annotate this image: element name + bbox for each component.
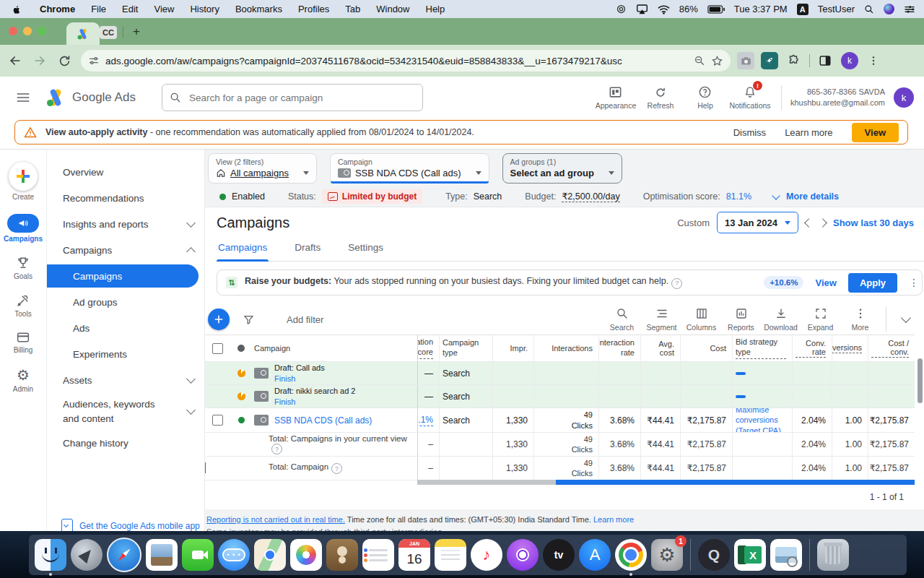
tab-group-label[interactable]: CC [100, 26, 117, 39]
hamburger-menu-icon[interactable] [16, 92, 30, 103]
vertical-scrollbar-thumb[interactable] [918, 358, 923, 403]
info-icon[interactable]: ? [271, 444, 282, 454]
add-filter-label[interactable]: Add filter [287, 314, 323, 325]
chrome-icon[interactable] [615, 539, 647, 571]
active-tab[interactable] [66, 22, 100, 45]
screen-mirroring-icon[interactable] [636, 4, 648, 14]
close-window-button[interactable] [9, 27, 17, 35]
rail-item-campaigns[interactable]: Campaigns [0, 214, 46, 243]
sidebar-item-insights[interactable]: Insights and reports [47, 211, 204, 237]
menu-tab[interactable]: Tab [337, 4, 368, 14]
table-row-draft-1[interactable]: Draft: Call adsFinish — Search [205, 362, 915, 385]
finish-link[interactable]: Finish [274, 397, 295, 406]
sidebar-item-experiments[interactable]: Experiments [47, 341, 204, 367]
menu-help[interactable]: Help [418, 4, 453, 14]
screenshot-extension-icon[interactable] [737, 52, 754, 69]
notes-icon[interactable] [435, 539, 466, 571]
info-icon[interactable]: ? [671, 278, 682, 289]
minimize-window-button[interactable] [23, 27, 32, 35]
budget-value[interactable]: ₹2,500.00/day [562, 191, 619, 202]
apple-tv-icon[interactable]: tv [543, 539, 575, 571]
column-interactions[interactable]: Interactions [533, 335, 598, 361]
menu-view[interactable]: View [146, 4, 182, 14]
spotlight-icon[interactable] [864, 4, 874, 14]
chrome-menu-icon[interactable] [864, 51, 883, 70]
launchpad-icon[interactable] [71, 539, 103, 571]
contacts-icon[interactable] [326, 539, 358, 571]
ad-group-filter-dropdown[interactable]: Ad groups (1) Select an ad group [502, 153, 622, 184]
menu-profiles[interactable]: Profiles [290, 4, 337, 14]
sidebar-item-change-history[interactable]: Change history [47, 430, 204, 456]
sidebar-item-ads[interactable]: Ads [47, 315, 204, 341]
date-picker[interactable]: 13 Jan 2024 [717, 212, 798, 233]
rail-item-tools[interactable]: Tools [0, 293, 46, 318]
menu-bookmarks[interactable]: Bookmarks [227, 4, 290, 14]
expand-button[interactable]: Expand [801, 307, 840, 332]
column-campaign-type[interactable]: Campaign type [439, 335, 492, 361]
forward-button[interactable] [30, 51, 49, 70]
segment-button[interactable]: Segment [642, 307, 681, 332]
column-impressions[interactable]: Impr. [492, 335, 533, 361]
input-source-icon[interactable]: A [797, 4, 808, 15]
maps-icon[interactable] [254, 539, 286, 571]
quicktime-icon[interactable]: Q [698, 539, 730, 571]
view-filter-dropdown[interactable]: View (2 filters) All campaigns [208, 153, 317, 184]
column-interaction-rate[interactable]: Interaction rate [598, 335, 640, 361]
column-conv-rate[interactable]: Conv. rate [792, 335, 832, 361]
music-icon[interactable]: ♪ [471, 539, 502, 571]
chevron-down-icon[interactable] [772, 191, 780, 199]
table-row-draft-2[interactable]: Draft: nikki search ad 2Finish — Search [205, 385, 915, 408]
column-avg-cost[interactable]: Avg. cost [640, 335, 680, 361]
download-button[interactable]: Download [761, 307, 801, 332]
sidebar-item-recommendations[interactable]: Recommendations [47, 185, 204, 211]
more-button[interactable]: More [840, 307, 880, 332]
notifications-button[interactable]: ! Notifications [728, 85, 772, 110]
columns-button[interactable]: Columns [681, 307, 721, 332]
back-button[interactable] [6, 51, 25, 70]
sidebar-item-overview[interactable]: Overview [47, 159, 204, 185]
prev-date-button[interactable] [804, 218, 814, 228]
menu-window[interactable]: Window [368, 4, 417, 14]
sidebar-item-assets[interactable]: Assets [47, 367, 204, 393]
bid-strategy-link[interactable]: Maximise conversions (Target CPA) [736, 408, 786, 432]
bookmark-star-icon[interactable] [711, 55, 723, 67]
reports-button[interactable]: Reports [721, 307, 761, 332]
menu-history[interactable]: History [182, 4, 227, 14]
help-button[interactable]: Help [683, 85, 728, 110]
ads-search-box[interactable] [162, 84, 423, 111]
chrome-profile-avatar[interactable]: k [841, 52, 858, 69]
finder-icon[interactable] [35, 539, 66, 571]
select-all-checkbox[interactable] [212, 343, 223, 354]
column-campaign[interactable]: Campaign [251, 342, 417, 354]
table-row-campaign[interactable]: SSB NDA CDS (Call ads) 81.1% Search 1,33… [205, 408, 915, 433]
show-last-30-days-link[interactable]: Show last 30 days [833, 217, 914, 228]
app-store-icon[interactable]: A [579, 539, 611, 571]
trash-icon[interactable] [817, 539, 849, 571]
recommendation-view-link[interactable]: View [815, 277, 836, 288]
rail-item-billing[interactable]: Billing [0, 331, 46, 354]
rail-item-goals[interactable]: Goals [0, 256, 46, 280]
podcasts-icon[interactable] [507, 539, 539, 571]
extensions-puzzle-icon[interactable] [785, 52, 802, 69]
tab-campaigns[interactable]: Campaigns [217, 239, 269, 261]
reload-button[interactable] [55, 51, 74, 70]
view-button[interactable]: View [852, 123, 899, 142]
dismiss-button[interactable]: Dismiss [733, 127, 767, 138]
create-button[interactable] [9, 162, 38, 191]
table-search-button[interactable]: Search [602, 307, 642, 332]
campaign-name-link[interactable]: SSB NDA CDS (Call ads) [274, 415, 372, 426]
wifi-icon[interactable] [658, 4, 670, 14]
row-checkbox[interactable] [212, 415, 223, 426]
photos-icon[interactable] [290, 539, 322, 571]
column-cost-conv[interactable]: Cost / conv. [868, 335, 915, 361]
apply-button[interactable]: Apply [848, 273, 897, 293]
collapse-totals-icon[interactable] [205, 462, 206, 473]
sidebar-item-campaigns[interactable]: Campaigns [47, 264, 199, 288]
reporting-link[interactable]: Reporting is not carried out in real tim… [206, 515, 345, 524]
preview-icon[interactable] [770, 539, 802, 571]
add-campaign-button[interactable] [208, 309, 230, 330]
menu-edit[interactable]: Edit [114, 4, 146, 14]
menu-user[interactable]: TestUser [818, 4, 855, 14]
system-settings-icon[interactable]: ⚙1 [651, 539, 683, 571]
horizontal-scrollbar[interactable] [417, 480, 915, 485]
